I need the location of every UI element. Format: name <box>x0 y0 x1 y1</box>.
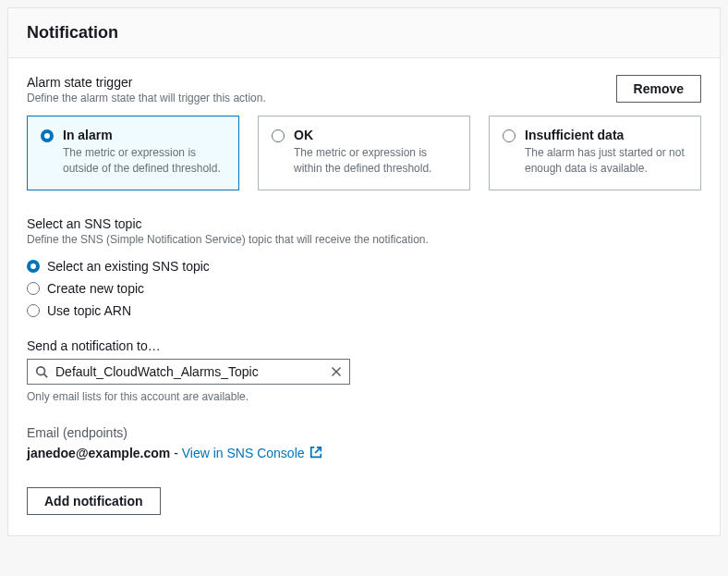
svg-line-1 <box>44 374 48 377</box>
notification-panel: Notification Alarm state trigger Define … <box>7 7 721 536</box>
tile-title: In alarm <box>63 128 225 142</box>
tile-text: In alarm The metric or expression is out… <box>63 128 225 177</box>
email-link-label: View in SNS Console <box>182 446 305 460</box>
tile-in-alarm[interactable]: In alarm The metric or expression is out… <box>27 116 239 190</box>
tile-text: OK The metric or expression is within th… <box>294 128 456 177</box>
trigger-heading: Alarm state trigger <box>27 75 266 90</box>
tile-desc: The metric or expression is within the d… <box>294 145 456 177</box>
sns-section: Select an SNS topic Define the SNS (Simp… <box>27 216 701 322</box>
sns-radio-list: Select an existing SNS topic Create new … <box>27 255 701 322</box>
radio-label: Select an existing SNS topic <box>47 259 210 274</box>
tile-desc: The metric or expression is outside of t… <box>63 145 225 177</box>
sns-option-create[interactable]: Create new topic <box>27 277 701 300</box>
radio-icon <box>27 304 40 317</box>
topic-input-wrap[interactable] <box>27 359 350 385</box>
external-link-icon <box>307 447 323 461</box>
radio-icon <box>503 129 516 142</box>
sns-option-existing[interactable]: Select an existing SNS topic <box>27 255 701 277</box>
add-notification-button[interactable]: Add notification <box>27 487 161 515</box>
panel-header: Notification <box>8 8 720 58</box>
trigger-heading-block: Alarm state trigger Define the alarm sta… <box>27 75 266 104</box>
send-section: Send a notification to… Only email list <box>27 338 701 403</box>
panel-body: Alarm state trigger Define the alarm sta… <box>8 58 720 535</box>
trigger-tile-row: In alarm The metric or expression is out… <box>27 116 701 190</box>
panel-title: Notification <box>27 23 701 43</box>
email-heading: Email (endpoints) <box>27 425 701 440</box>
sns-option-arn[interactable]: Use topic ARN <box>27 300 701 322</box>
email-row: janedoe@example.com - View in SNS Consol… <box>27 446 701 462</box>
topic-input[interactable] <box>55 364 323 379</box>
email-dash: - <box>170 446 181 460</box>
tile-title: Insufficient data <box>525 128 687 142</box>
view-sns-console-link[interactable]: View in SNS Console <box>182 446 323 460</box>
radio-icon <box>27 282 40 295</box>
search-icon <box>35 365 48 378</box>
radio-icon <box>41 129 54 142</box>
svg-point-0 <box>37 366 45 374</box>
radio-label: Create new topic <box>47 281 144 296</box>
radio-icon <box>272 129 285 142</box>
radio-icon <box>27 260 40 273</box>
trigger-subtext: Define the alarm state that will trigger… <box>27 92 266 104</box>
send-helper: Only email lists for this account are av… <box>27 390 701 403</box>
clear-icon[interactable] <box>331 366 342 377</box>
trigger-header-row: Alarm state trigger Define the alarm sta… <box>27 75 701 104</box>
add-notification-wrap: Add notification <box>27 487 701 515</box>
sns-heading: Select an SNS topic <box>27 216 701 231</box>
tile-text: Insufficient data The alarm has just sta… <box>525 128 687 177</box>
tile-title: OK <box>294 128 456 142</box>
svg-line-4 <box>316 447 322 453</box>
send-heading: Send a notification to… <box>27 338 701 353</box>
remove-button[interactable]: Remove <box>616 75 701 103</box>
radio-label: Use topic ARN <box>47 303 131 318</box>
email-section: Email (endpoints) janedoe@example.com - … <box>27 425 701 462</box>
sns-subtext: Define the SNS (Simple Notification Serv… <box>27 233 701 246</box>
tile-insufficient-data[interactable]: Insufficient data The alarm has just sta… <box>489 116 701 190</box>
tile-ok[interactable]: OK The metric or expression is within th… <box>258 116 470 190</box>
email-value: janedoe@example.com <box>27 446 170 460</box>
tile-desc: The alarm has just started or not enough… <box>525 145 687 177</box>
